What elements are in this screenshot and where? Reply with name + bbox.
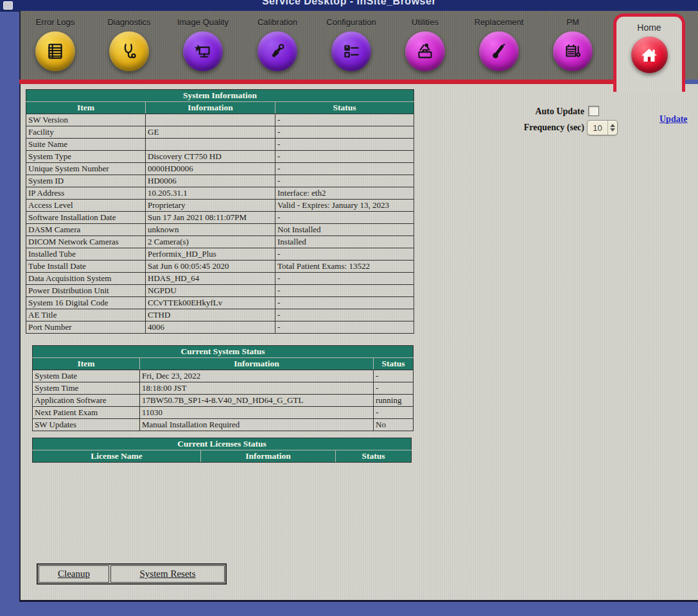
toolbar-separator-line <box>19 80 615 84</box>
column-header-information: Information <box>201 450 336 463</box>
current-system-status-table: Current System Status Item Information S… <box>32 345 414 431</box>
cell-information: Sat Jun 6 00:05:45 2020 <box>146 261 275 273</box>
table-row: Software Installation Date Sun 17 Jan 20… <box>26 212 414 224</box>
configuration-button[interactable] <box>331 31 371 71</box>
toolbox-icon <box>415 41 435 62</box>
window-title: Service Desktop - InSite_Browser <box>0 0 698 7</box>
cell-status: - <box>275 114 414 126</box>
table-title: Current Licenses Status <box>33 438 412 450</box>
table-row: IP Address 10.205.31.1 Interface: eth2 <box>26 187 414 200</box>
cell-status: - <box>275 126 414 139</box>
table-row: SW Version - <box>26 114 414 126</box>
cell-information: CCvTTEk00EHkyfLv <box>146 297 275 309</box>
tab-label: Home <box>616 22 682 33</box>
cleanup-button[interactable]: Cleanup <box>39 565 109 583</box>
table-row: System Time 18:18:00 JST - <box>33 382 414 395</box>
cell-information: Manual Installation Required <box>140 419 374 431</box>
tab-utilities[interactable]: Utilities <box>390 17 460 71</box>
stepper-up-icon <box>610 124 615 127</box>
table-row: Facility GE - <box>26 126 414 139</box>
tab-error-logs[interactable]: Error Logs <box>20 17 91 71</box>
tab-label: Replacement <box>464 17 534 27</box>
cell-information: 18:18:00 JST <box>140 382 374 395</box>
main-content: System Information Item Information Stat… <box>19 84 698 602</box>
column-header-item: Item <box>26 102 146 114</box>
cell-status: - <box>275 151 414 163</box>
diagnostics-button[interactable] <box>109 31 149 71</box>
update-link[interactable]: Update <box>659 114 688 124</box>
tab-replacement[interactable]: Replacement <box>464 17 534 71</box>
micrometer-icon <box>267 41 288 62</box>
table-row: SW Updates Manual Installation Required … <box>33 419 414 431</box>
auto-update-checkbox[interactable] <box>588 106 599 116</box>
cell-item: Port Number <box>26 321 146 334</box>
stepper-down-icon <box>610 128 615 132</box>
tab-configuration[interactable]: Configuration <box>316 17 387 71</box>
column-header-status: Status <box>374 358 414 370</box>
cell-information: 17BW50.7B_SP1-4-8.V40_ND_HD64_G_GTL <box>140 395 374 407</box>
pm-button[interactable] <box>553 31 593 71</box>
table-title: Current System Status <box>33 346 414 358</box>
window-icon <box>3 1 13 10</box>
cell-item: Unique System Number <box>26 163 146 175</box>
frequency-select[interactable]: 10 <box>587 120 618 135</box>
image-quality-button[interactable] <box>183 31 223 71</box>
cell-item: Application Software <box>33 395 140 407</box>
cell-information: NGPDU <box>146 285 275 297</box>
tab-label: Calibration <box>242 17 313 27</box>
cell-status: - <box>275 163 414 175</box>
table-row: Data Acquisition System HDAS_HD_64 - <box>26 273 414 285</box>
tab-calibration[interactable]: Calibration <box>242 17 313 71</box>
error-logs-button[interactable] <box>35 31 75 71</box>
tab-home-selected[interactable]: Home <box>613 13 685 92</box>
cell-status: - <box>275 309 414 321</box>
service-desktop-window: Service Desktop - InSite_Browser Error L… <box>0 0 698 616</box>
table-row: System 16 Digital Code CCvTTEk00EHkyfLv … <box>26 297 414 309</box>
frequency-value: 10 <box>588 123 607 133</box>
home-button[interactable] <box>631 37 668 73</box>
tab-image-quality[interactable]: Image Quality <box>168 17 238 71</box>
calibration-button[interactable] <box>257 31 297 71</box>
stethoscope-icon <box>119 41 139 62</box>
tab-label: Diagnostics <box>94 17 164 27</box>
tab-label: Error Logs <box>20 17 91 27</box>
table-row: Power Distribution Unit NGPDU - <box>26 285 414 297</box>
cell-information: 4006 <box>146 321 275 334</box>
table-row: DASM Camera unknown Not Installed <box>26 224 414 236</box>
cell-information: unknown <box>146 224 275 236</box>
cell-status: - <box>275 273 414 285</box>
column-header-information: Information <box>146 102 275 114</box>
tab-diagnostics[interactable]: Diagnostics <box>94 17 164 71</box>
cell-status: Installed <box>275 236 414 248</box>
cell-status: running <box>374 395 414 407</box>
cell-status: - <box>275 297 414 309</box>
utilities-button[interactable] <box>405 31 445 71</box>
cell-status: - <box>275 321 414 334</box>
replacement-button[interactable] <box>479 31 519 71</box>
cell-item: Suite Name <box>26 139 146 151</box>
cell-information: Performix_HD_Plus <box>146 248 275 261</box>
cell-item: System 16 Digital Code <box>26 297 146 309</box>
table-row: Next Patient Exam 11030 - <box>33 407 414 419</box>
cell-information: 0000HD0006 <box>146 163 275 175</box>
tab-pm[interactable]: PM <box>537 17 608 71</box>
cell-information: Sun 17 Jan 2021 08:11:07PM <box>146 212 275 224</box>
cell-information: HDAS_HD_64 <box>146 273 275 285</box>
system-resets-button[interactable]: System Resets <box>110 565 225 583</box>
tab-label: Configuration <box>316 17 387 27</box>
cell-item: Power Distribution Unit <box>26 285 146 297</box>
cell-information: 10.205.31.1 <box>146 187 275 200</box>
cell-item: System Time <box>33 382 140 395</box>
monitor-star-icon <box>193 41 213 62</box>
cell-information: 2 Camera(s) <box>146 236 275 248</box>
cell-information: 11030 <box>140 407 374 419</box>
cell-item: Next Patient Exam <box>33 407 140 419</box>
cell-status: Total Patient Exams: 13522 <box>275 261 414 273</box>
auto-update-label: Auto Update <box>444 107 584 117</box>
cell-information: Proprietary <box>146 200 275 212</box>
column-header-status: Status <box>336 450 412 463</box>
cell-item: SW Version <box>26 114 146 126</box>
cell-information: Fri, Dec 23, 2022 <box>140 370 374 382</box>
table-row: Suite Name - <box>26 139 414 151</box>
stepper-icon[interactable] <box>607 121 617 135</box>
